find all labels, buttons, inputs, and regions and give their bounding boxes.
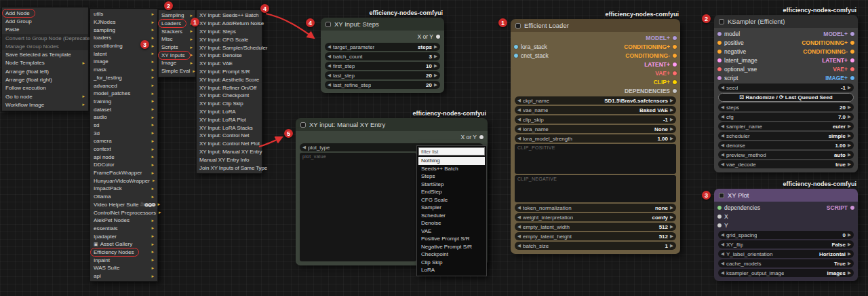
canvas-menu-item-follow-execution[interactable]: Follow execution <box>2 84 88 92</box>
decrement-arrow-icon[interactable]: ◀ <box>721 122 724 130</box>
categories-menu-item-camera[interactable]: camera▸ <box>90 137 157 145</box>
xy-plot-widget-y-label-orientation[interactable]: ◀Y_label_orientationHorizontal▶ <box>718 250 854 258</box>
increment-arrow-icon[interactable]: ▶ <box>848 141 851 149</box>
decrement-arrow-icon[interactable]: ◀ <box>517 125 521 133</box>
efficient-loader-widget-empty-latent-height[interactable]: ◀empty_latent_height512▶ <box>515 232 676 240</box>
dropdown-item-lora[interactable]: LoRA <box>418 266 485 274</box>
increment-arrow-icon[interactable]: ▶ <box>434 52 437 60</box>
canvas-menu-item-add-group[interactable]: Add Group <box>2 17 88 25</box>
categories-menu-item-3d[interactable]: 3d▸ <box>90 129 157 137</box>
increment-arrow-icon[interactable]: ▶ <box>848 231 851 239</box>
input-slot-dot[interactable] <box>514 45 518 49</box>
categories-menu-item-asset-gallery[interactable]: ▣Asset Gallery▸ <box>90 240 157 248</box>
decrement-arrow-icon[interactable]: ◀ <box>517 96 521 105</box>
xy-inputs-menu-item-xy-input-seeds-batch[interactable]: XY Input: Seeds++ Batch <box>197 12 262 20</box>
input-slot-dot[interactable] <box>717 76 722 80</box>
xy-inputs-menu-item-xy-input-cfg-scale[interactable]: XY Input: CFG Scale <box>197 35 262 43</box>
xy-steps-widget-target-parameter[interactable]: ◀target_parametersteps▶ <box>325 43 440 51</box>
categories-menu-item-hunyuanvideowrapper[interactable]: HunyuanVideoWrapper▸ <box>90 177 157 185</box>
increment-arrow-icon[interactable]: ▶ <box>848 113 851 121</box>
dropdown-filter-input[interactable]: filter list <box>418 147 485 155</box>
node-efficient-loader[interactable]: efficiency-nodes-comfyui Efficient Loade… <box>511 10 680 254</box>
decrement-arrow-icon[interactable]: ◀ <box>721 84 724 92</box>
collapse-icon[interactable] <box>515 23 521 29</box>
dropdown-item-vae[interactable]: VAE <box>418 227 485 236</box>
decrement-arrow-icon[interactable]: ◀ <box>328 52 331 60</box>
canvas-menu-item-go-to-node[interactable]: Go to node▸ <box>2 92 88 100</box>
output-slot-script[interactable]: SCRIPT <box>827 204 854 211</box>
output-slot-conditioning[interactable]: CONDITIONING+ <box>802 39 854 46</box>
increment-arrow-icon[interactable]: ▶ <box>434 43 437 51</box>
xy-inputs-menu-item-xy-input-control-net-plot[interactable]: XY Input: Control Net Plot <box>197 140 262 148</box>
decrement-arrow-icon[interactable]: ◀ <box>302 143 306 151</box>
input-slot-dot[interactable] <box>717 41 722 45</box>
output-slot-dot[interactable] <box>673 54 677 58</box>
input-slot-dot[interactable] <box>717 67 722 71</box>
input-slot-script[interactable]: script <box>717 75 738 81</box>
xy-inputs-menu-item-manual-xy-entry-info[interactable]: Manual XY Entry Info <box>197 155 262 164</box>
ksampler-widget-vae-decode[interactable]: ◀vae_decodetrue▶ <box>718 160 854 168</box>
increment-arrow-icon[interactable]: ▶ <box>670 242 673 250</box>
increment-arrow-icon[interactable]: ▶ <box>848 103 851 111</box>
input-slot-dot[interactable] <box>717 206 722 210</box>
efficient-loader-widget-clip-skip[interactable]: ◀clip_skip-1▶ <box>515 115 676 124</box>
canvas-menu-item-manage-group-nodes[interactable]: Manage Group Nodes <box>2 42 88 50</box>
categories-menu-item-ddcolor[interactable]: DDColor▸ <box>90 161 157 169</box>
output-slot-model[interactable]: MODEL+ <box>823 31 854 37</box>
decrement-arrow-icon[interactable]: ◀ <box>517 115 521 124</box>
decrement-arrow-icon[interactable]: ◀ <box>328 71 331 79</box>
collapse-icon[interactable] <box>326 22 331 27</box>
decrement-arrow-icon[interactable]: ◀ <box>721 259 724 267</box>
xy-inputs-menu-item-xy-input-add-return-noise[interactable]: XY Input: Add/Return Noise <box>197 20 262 28</box>
input-slot-positive[interactable]: positive <box>717 39 744 46</box>
input-slot-dot[interactable] <box>717 32 722 36</box>
output-slot-dot[interactable] <box>673 36 677 40</box>
decrement-arrow-icon[interactable]: ◀ <box>721 103 724 111</box>
canvas-menu-item-node-templates[interactable]: Node Templates▸ <box>2 59 88 67</box>
ksampler-widget-preview-method[interactable]: ◀preview_methodauto▶ <box>718 151 854 159</box>
xy-inputs-menu-item-join-xy-inputs-of-same-type[interactable]: Join XY Inputs of Same Type <box>197 164 262 172</box>
ksampler-seed-control-button[interactable]: ⚄ Randomize / ⟳ Last Queued Seed <box>718 93 854 102</box>
node-title-bar[interactable]: Efficient Loader <box>511 19 680 32</box>
canvas-menu-item-paste[interactable]: Paste <box>2 26 88 34</box>
increment-arrow-icon[interactable]: ▶ <box>670 125 673 133</box>
output-slot-dot[interactable] <box>850 206 854 210</box>
xy-plot-widget-cache-models[interactable]: ◀cache_modelsTrue▶ <box>718 259 854 267</box>
collapse-icon[interactable] <box>300 122 306 128</box>
output-slot-dot[interactable] <box>436 35 440 39</box>
output-slot-dot[interactable] <box>850 32 854 36</box>
increment-arrow-icon[interactable]: ▶ <box>434 81 437 89</box>
dropdown-item-cfg-scale[interactable]: CFG Scale <box>418 196 485 204</box>
node-xy-input-steps[interactable]: efficiency-nodes-comfyui XY Input: Steps… <box>321 8 444 93</box>
decrement-arrow-icon[interactable]: ◀ <box>721 141 724 149</box>
input-slot-dot[interactable] <box>514 54 518 58</box>
xy-steps-widget-last-step[interactable]: ◀last_step20▶ <box>325 71 440 79</box>
xy-plot-widget-grid-spacing[interactable]: ◀grid_spacing0▶ <box>718 231 854 239</box>
increment-arrow-icon[interactable]: ▶ <box>848 132 851 140</box>
canvas-menu-item-arrange-float-left[interactable]: Arrange (float left) <box>2 67 88 75</box>
input-slot-optional-vae[interactable]: optional_vae <box>717 66 757 73</box>
xy-inputs-menu-item-xy-input-clip-skip[interactable]: XY Input: Clip Skip <box>197 100 262 108</box>
categories-menu-item-model-patches[interactable]: model_patches▸ <box>90 90 157 98</box>
dropdown-item-denoise[interactable]: Denoise <box>418 219 485 227</box>
efficient-loader-widget-token-normalization[interactable]: ◀token_normalizationnone▶ <box>515 204 676 212</box>
increment-arrow-icon[interactable]: ▶ <box>670 106 673 114</box>
collapse-icon[interactable] <box>719 19 724 24</box>
efficiency-menu-item-stackers[interactable]: Stackers▸ <box>159 27 195 35</box>
efficiency-menu-item-scripts[interactable]: Scripts▸ <box>159 43 195 52</box>
output-slot-latent[interactable]: LATENT+ <box>822 57 854 64</box>
canvas-menu-item-add-node[interactable]: Add Node <box>2 9 88 17</box>
xy-steps-output-x-or-y[interactable]: X or Y <box>321 32 444 41</box>
dropdown-item-sampler[interactable]: Sampler <box>418 204 485 212</box>
categories-menu-item-essentials[interactable]: essentials▸ <box>90 225 157 233</box>
categories-menu-item-sampling[interactable]: sampling▸ <box>90 26 157 34</box>
efficient-loader-textarea-clip-positive[interactable]: CLIP_POSITIVE <box>515 144 676 174</box>
categories-menu-item-efficiency-nodes[interactable]: Efficiency Nodes▸ <box>90 248 157 257</box>
increment-arrow-icon[interactable]: ▶ <box>670 232 673 240</box>
categories-menu-item-image[interactable]: image▸ <box>90 58 157 66</box>
ksampler-widget-denoise[interactable]: ◀denoise1.00▶ <box>718 141 854 149</box>
decrement-arrow-icon[interactable]: ◀ <box>517 213 521 221</box>
dropdown-item-positive-prompt-s-r[interactable]: Positive Prompt S/R <box>418 235 485 243</box>
decrement-arrow-icon[interactable]: ◀ <box>328 81 331 89</box>
efficient-loader-widget-lora-model-strength[interactable]: ◀lora_model_strength1.00▶ <box>515 134 676 143</box>
